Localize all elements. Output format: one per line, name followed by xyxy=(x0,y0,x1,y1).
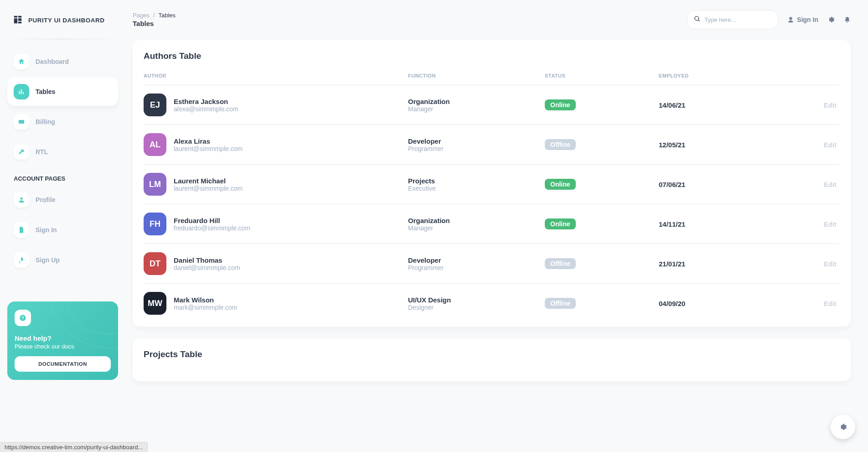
avatar: FH xyxy=(144,213,166,235)
authors-table-title: Authors Table xyxy=(144,51,840,61)
author-name: Esthera Jackson xyxy=(174,98,238,105)
status-url: https://demos.creative-tim.com/purity-ui… xyxy=(0,442,148,452)
sidebar-item-rtl[interactable]: RTL xyxy=(7,138,118,166)
svg-rect-4 xyxy=(19,121,24,122)
edit-button[interactable]: Edit xyxy=(777,181,837,188)
authors-table-body: EJ Esthera Jackson alexa@simmmple.com Or… xyxy=(144,85,840,323)
edit-button[interactable]: Edit xyxy=(777,101,837,109)
search-input-wrapper[interactable] xyxy=(687,10,778,29)
table-row: FH Freduardo Hill freduardo@simmmple.com… xyxy=(144,204,840,244)
brand[interactable]: PURITY UI DASHBOARD xyxy=(7,10,118,31)
author-subfunction: Programmer xyxy=(408,264,545,271)
help-subtitle: Please check our docs xyxy=(15,343,111,350)
sidebar-item-signup[interactable]: Sign Up xyxy=(7,246,118,274)
svg-point-5 xyxy=(20,197,22,200)
sidebar-item-tables[interactable]: Tables xyxy=(7,78,118,106)
edit-button[interactable]: Edit xyxy=(777,260,837,268)
svg-rect-1 xyxy=(21,89,22,94)
help-card: ? Need help? Please check our docs DOCUM… xyxy=(7,301,118,380)
table-row: DT Daniel Thomas daniel@simmmple.com Dev… xyxy=(144,244,840,284)
avatar: MW xyxy=(144,292,166,315)
col-author: AUTHOR xyxy=(144,73,408,78)
status-badge: Online xyxy=(545,179,576,190)
author-email: daniel@simmmple.com xyxy=(174,264,240,271)
card-icon xyxy=(14,114,29,130)
avatar: EJ xyxy=(144,94,166,116)
author-email: mark@simmmple.com xyxy=(174,304,237,311)
status-badge: Offline xyxy=(545,258,576,269)
search-icon xyxy=(694,16,701,24)
stats-icon xyxy=(14,84,29,99)
home-icon xyxy=(14,54,29,69)
search-input[interactable] xyxy=(704,16,771,23)
edit-button[interactable]: Edit xyxy=(777,300,837,307)
svg-rect-0 xyxy=(19,91,20,94)
signin-link[interactable]: Sign In xyxy=(787,16,818,23)
sidebar-item-profile[interactable]: Profile xyxy=(7,186,118,214)
sidebar-item-label: Dashboard xyxy=(36,58,69,65)
separator xyxy=(9,39,116,39)
gear-icon xyxy=(827,16,835,23)
status-badge: Online xyxy=(545,99,576,110)
col-employed: EMPLOYED xyxy=(659,73,777,78)
breadcrumb-current: Tables xyxy=(159,12,176,19)
breadcrumb: Pages / Tables xyxy=(133,12,176,19)
status-badge: Online xyxy=(545,218,576,229)
documentation-button[interactable]: DOCUMENTATION xyxy=(15,356,111,372)
col-function: FUNCTION xyxy=(408,73,545,78)
author-email: laurent@simmmple.com xyxy=(174,185,243,192)
author-email: freduardo@simmmple.com xyxy=(174,224,250,232)
sidebar-item-dashboard[interactable]: Dashboard xyxy=(7,47,118,76)
sidebar-item-billing[interactable]: Billing xyxy=(7,108,118,136)
rocket-icon xyxy=(14,252,29,268)
col-status: STATUS xyxy=(545,73,659,78)
author-function: UI/UX Design xyxy=(408,296,545,304)
table-row: EJ Esthera Jackson alexa@simmmple.com Or… xyxy=(144,85,840,125)
sidebar-item-label: Sign In xyxy=(36,226,57,234)
notifications-button[interactable] xyxy=(844,16,851,23)
table-row: MW Mark Wilson mark@simmmple.com UI/UX D… xyxy=(144,284,840,323)
author-function: Projects xyxy=(408,177,545,185)
avatar: AL xyxy=(144,133,166,156)
projects-table-title: Projects Table xyxy=(144,349,840,359)
author-employed: 14/11/21 xyxy=(659,220,777,228)
bell-icon xyxy=(844,16,851,23)
table-row: LM Laurent Michael laurent@simmmple.com … xyxy=(144,165,840,204)
status-badge: Offline xyxy=(545,139,576,150)
settings-fab[interactable] xyxy=(831,415,855,439)
breadcrumb-root[interactable]: Pages xyxy=(133,12,150,19)
author-employed: 21/01/21 xyxy=(659,260,777,268)
edit-button[interactable]: Edit xyxy=(777,220,837,228)
svg-text:?: ? xyxy=(21,316,24,320)
help-title: Need help? xyxy=(15,334,111,342)
author-email: laurent@simmmple.com xyxy=(174,145,243,152)
sidebar-item-signin[interactable]: Sign In xyxy=(7,216,118,244)
table-row: AL Alexa Liras laurent@simmmple.com Deve… xyxy=(144,125,840,165)
sidebar-account-heading: ACCOUNT PAGES xyxy=(7,168,118,186)
author-employed: 14/06/21 xyxy=(659,101,777,109)
sidebar-item-label: RTL xyxy=(36,148,48,156)
author-email: alexa@simmmple.com xyxy=(174,105,238,113)
document-icon xyxy=(14,222,29,238)
authors-table-head: AUTHOR FUNCTION STATUS EMPLOYED xyxy=(144,69,840,85)
sidebar-item-label: Tables xyxy=(36,88,55,95)
breadcrumb-sep: / xyxy=(153,12,155,19)
author-name: Daniel Thomas xyxy=(174,256,240,264)
signin-label: Sign In xyxy=(797,16,818,23)
status-badge: Offline xyxy=(545,298,576,309)
gear-icon xyxy=(839,423,847,431)
avatar: LM xyxy=(144,173,166,196)
edit-button[interactable]: Edit xyxy=(777,141,837,149)
author-function: Organization xyxy=(408,98,545,105)
projects-table-card: Projects Table xyxy=(133,338,851,381)
author-function: Organization xyxy=(408,217,545,224)
author-name: Laurent Michael xyxy=(174,177,243,185)
settings-button[interactable] xyxy=(827,16,835,23)
page-title: Tables xyxy=(133,20,176,27)
author-subfunction: Programmer xyxy=(408,145,545,152)
author-name: Mark Wilson xyxy=(174,296,237,304)
author-subfunction: Manager xyxy=(408,224,545,232)
wrench-icon xyxy=(14,144,29,160)
author-employed: 07/06/21 xyxy=(659,181,777,188)
author-subfunction: Executive xyxy=(408,185,545,192)
